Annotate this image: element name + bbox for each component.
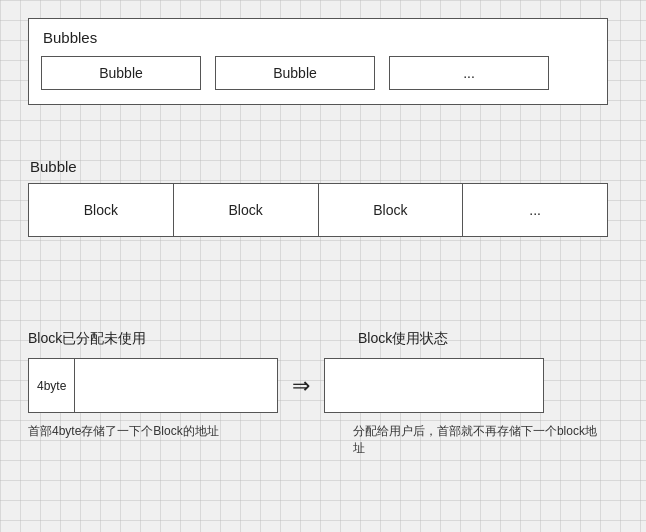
bubble-section: Bubble Block Block Block ... [28,158,608,237]
status-captions: 首部4byte存储了一下个Block的地址 分配给用户后，首部就不再存储下一个b… [28,423,608,457]
status-section: Block已分配未使用 Block使用状态 4byte ⇒ 首部4byte存储了… [28,330,608,457]
block-4byte-label: 4byte [29,359,75,412]
bubbles-section: Bubbles Bubble Bubble ... [28,18,608,105]
bubble-item-2: Bubble [215,56,375,90]
status-title-left: Block已分配未使用 [28,330,298,348]
block-item-1: Block [29,184,174,236]
bubble-label: Bubble [28,158,608,175]
caption-left: 首部4byte存储了一下个Block的地址 [28,423,293,457]
block-item-2: Block [174,184,319,236]
block-item-4: ... [463,184,607,236]
bubbles-row: Bubble Bubble ... [41,56,595,90]
bubble-item-1: Bubble [41,56,201,90]
status-titles: Block已分配未使用 Block使用状态 [28,330,608,348]
status-title-right: Block使用状态 [358,330,448,348]
arrow-symbol: ⇒ [292,373,310,399]
block-item-3: Block [319,184,464,236]
block-diagram-right [324,358,544,413]
block-diagram-left: 4byte [28,358,278,413]
block-rest-area [75,359,277,412]
bubble-item-3: ... [389,56,549,90]
bubbles-title: Bubbles [41,29,595,46]
blocks-row: Block Block Block ... [28,183,608,237]
status-diagrams: 4byte ⇒ [28,358,608,413]
caption-right: 分配给用户后，首部就不再存储下一个block地址 [353,423,608,457]
